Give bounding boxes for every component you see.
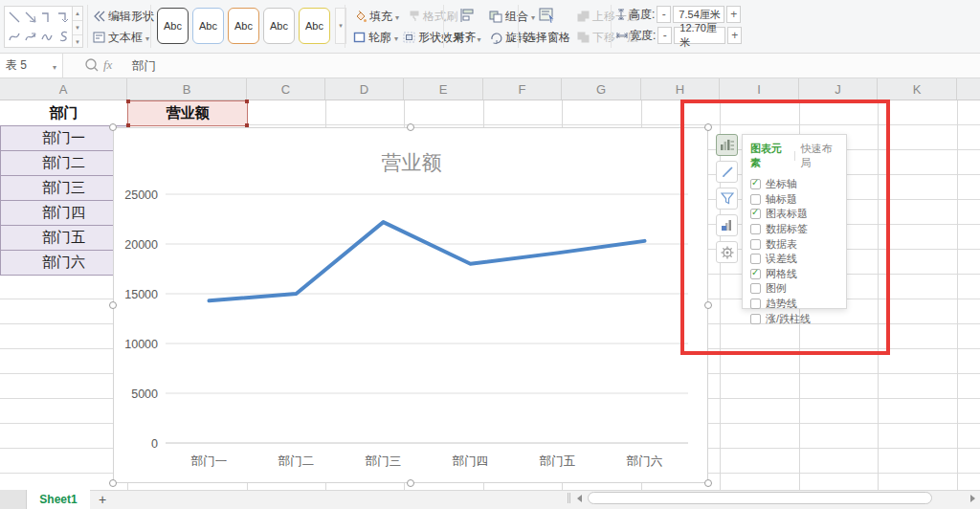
- scrollbar-grip[interactable]: [568, 493, 570, 503]
- panel-item-数据标签[interactable]: 数据标签: [750, 222, 838, 237]
- panel-item-轴标题[interactable]: 轴标题: [750, 192, 838, 208]
- column-header-D[interactable]: D: [325, 78, 404, 100]
- magnifier-icon[interactable]: [84, 57, 100, 73]
- shape-gallery[interactable]: [4, 6, 73, 48]
- chart-type-button[interactable]: [716, 214, 738, 236]
- curve-shape-icon[interactable]: [8, 30, 21, 43]
- panel-item-涨/跌柱线[interactable]: 涨/跌柱线: [750, 311, 838, 326]
- shape-style-2[interactable]: Abc: [192, 8, 224, 44]
- panel-item-趋势线[interactable]: 趋势线: [750, 297, 838, 312]
- arrow-shape-icon[interactable]: [24, 11, 37, 24]
- name-box-caret-icon[interactable]: [53, 59, 56, 73]
- selection-corner-handle[interactable]: [245, 100, 249, 103]
- chart-resize-handle[interactable]: [704, 123, 712, 131]
- shape-style-3[interactable]: Abc: [228, 8, 259, 44]
- svg-text:部门五: 部门五: [539, 454, 576, 468]
- gallery-down-icon[interactable]: ▼: [73, 20, 82, 34]
- chart-resize-handle[interactable]: [407, 479, 414, 487]
- shape-gallery-scroll[interactable]: ▲▼▼: [73, 6, 83, 48]
- width-decrease-button[interactable]: -: [657, 27, 672, 44]
- scribble-shape-icon[interactable]: [40, 30, 54, 43]
- checkbox-unchecked[interactable]: [750, 314, 761, 324]
- column-header-C[interactable]: C: [247, 78, 325, 100]
- chart-resize-handle[interactable]: [704, 479, 712, 487]
- sheet-tab-sheet1[interactable]: Sheet1: [27, 490, 90, 509]
- cell-A4[interactable]: 部门三: [0, 175, 127, 201]
- column-header-E[interactable]: E: [404, 78, 483, 100]
- panel-item-网格线[interactable]: 网格线: [750, 267, 838, 282]
- column-header-J[interactable]: J: [799, 78, 878, 100]
- gallery-up-icon[interactable]: ▲: [73, 7, 82, 20]
- width-value-field[interactable]: 12.70厘米: [674, 27, 725, 44]
- edit-shape-button[interactable]: 编辑形状: [90, 7, 164, 26]
- add-sheet-button[interactable]: +: [94, 490, 111, 509]
- tab-chart-elements[interactable]: 图表元素: [750, 142, 789, 170]
- checkbox-unchecked[interactable]: [750, 299, 761, 309]
- selection-pane-button[interactable]: 选择窗格: [523, 5, 572, 49]
- width-increase-button[interactable]: +: [727, 27, 742, 44]
- checkbox-unchecked[interactable]: [750, 239, 761, 250]
- scroll-right-icon[interactable]: [970, 495, 975, 502]
- chart-resize-handle[interactable]: [109, 123, 117, 131]
- panel-item-误差线[interactable]: 误差线: [750, 252, 838, 267]
- curve-arrow-shape-icon[interactable]: [24, 30, 37, 43]
- selection-corner-handle[interactable]: [126, 100, 130, 103]
- column-header-A[interactable]: A: [0, 78, 127, 100]
- elbow-arrow-connector-icon[interactable]: [56, 11, 70, 24]
- checkbox-checked[interactable]: [750, 179, 761, 189]
- chart-resize-handle[interactable]: [407, 123, 414, 131]
- checkbox-checked[interactable]: [750, 209, 761, 219]
- fill-button[interactable]: 填充: [350, 7, 402, 26]
- column-header-F[interactable]: F: [483, 78, 562, 100]
- cell-A2[interactable]: 部门一: [0, 125, 127, 151]
- chart-object[interactable]: 0500010000150002000025000部门一部门二部门三部门四部门五…: [113, 127, 708, 483]
- panel-item-图例[interactable]: 图例: [750, 281, 838, 297]
- shape-style-5[interactable]: Abc: [299, 8, 330, 44]
- name-box[interactable]: 表 5: [0, 54, 63, 77]
- column-header-K[interactable]: K: [878, 78, 957, 100]
- cell-A7[interactable]: 部门六: [0, 250, 127, 276]
- horizontal-scrollbar-thumb[interactable]: [588, 492, 932, 504]
- checkbox-unchecked[interactable]: [750, 254, 761, 264]
- fx-icon[interactable]: fx: [103, 57, 112, 73]
- cell-A5[interactable]: 部门四: [0, 200, 127, 226]
- chart-resize-handle[interactable]: [109, 479, 117, 487]
- panel-item-图表标题[interactable]: 图表标题: [750, 207, 838, 222]
- outline-button[interactable]: 轮廓: [350, 28, 401, 47]
- checkbox-unchecked[interactable]: [750, 224, 761, 234]
- column-header-G[interactable]: G: [562, 78, 641, 100]
- freeform-shape-icon[interactable]: [56, 30, 70, 43]
- chart-resize-handle[interactable]: [704, 301, 712, 309]
- chart-settings-button[interactable]: [716, 241, 738, 263]
- scroll-left-icon[interactable]: [577, 495, 582, 502]
- height-decrease-button[interactable]: -: [657, 6, 671, 23]
- column-header-I[interactable]: I: [720, 78, 799, 100]
- elbow-connector-icon[interactable]: [40, 11, 54, 24]
- shape-style-4[interactable]: Abc: [263, 8, 295, 44]
- chart-style-brush-button[interactable]: [716, 161, 738, 183]
- text-box-button[interactable]: 文本框: [90, 28, 152, 47]
- formula-input[interactable]: 部门: [132, 58, 156, 75]
- height-increase-button[interactable]: +: [726, 6, 741, 23]
- checkbox-unchecked[interactable]: [750, 194, 761, 205]
- column-header-B[interactable]: B: [127, 78, 247, 100]
- gallery-more-icon[interactable]: ▼: [73, 34, 82, 49]
- height-icon: [616, 9, 627, 20]
- cell-B1-selected[interactable]: 营业额: [127, 100, 248, 126]
- chart-filter-button[interactable]: [716, 188, 738, 210]
- gridline: [720, 100, 721, 490]
- chart-resize-handle[interactable]: [109, 301, 117, 309]
- cell-A1[interactable]: 部门: [0, 100, 127, 125]
- column-header-H[interactable]: H: [641, 78, 720, 100]
- cell-A6[interactable]: 部门五: [0, 225, 127, 251]
- panel-item-坐标轴[interactable]: 坐标轴: [750, 177, 838, 192]
- checkbox-unchecked[interactable]: [750, 283, 761, 294]
- shape-style-1[interactable]: Abc: [157, 8, 189, 44]
- chart-elements-button[interactable]: [716, 134, 738, 156]
- panel-item-数据表[interactable]: 数据表: [750, 236, 838, 252]
- cell-A3[interactable]: 部门二: [0, 150, 127, 176]
- align-button[interactable]: 对齐: [448, 5, 486, 49]
- line-shape-icon[interactable]: [8, 11, 21, 24]
- tab-quick-layout[interactable]: 快速布局: [800, 142, 838, 170]
- checkbox-checked[interactable]: [750, 269, 761, 279]
